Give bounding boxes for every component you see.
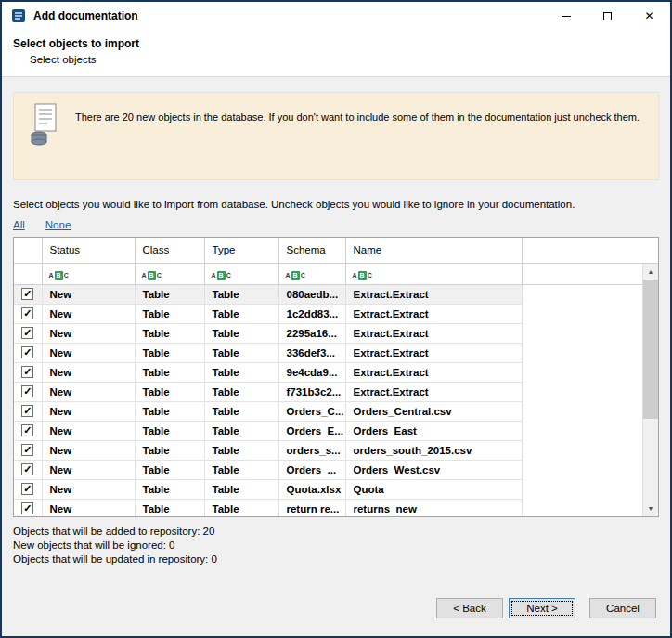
- cell-schema: 9e4cda9...: [278, 362, 345, 382]
- row-checkbox[interactable]: ✓: [21, 385, 33, 397]
- row-checkbox[interactable]: ✓: [21, 346, 33, 358]
- vertical-scrollbar[interactable]: ▲ ▼: [642, 264, 658, 516]
- page-subtitle: Select objects: [30, 54, 659, 65]
- cell-name: Extract.Extract: [345, 323, 522, 343]
- row-checkbox[interactable]: ✓: [21, 483, 33, 495]
- select-column-header: [14, 238, 42, 263]
- cell-filler: [522, 499, 658, 517]
- cell-status: New: [42, 362, 135, 382]
- cell-type: Table: [204, 362, 278, 382]
- row-checkbox-cell: ✓: [14, 343, 42, 362]
- column-header-schema[interactable]: Schema: [278, 238, 345, 263]
- row-checkbox[interactable]: ✓: [21, 307, 33, 319]
- row-checkbox[interactable]: ✓: [21, 463, 33, 475]
- table-row[interactable]: ✓ New Table Table 080aedb... Extract.Ext…: [14, 284, 658, 304]
- row-checkbox-cell: ✓: [14, 382, 42, 401]
- filter-cell-class[interactable]: ABC: [135, 263, 204, 284]
- cell-name: Extract.Extract: [345, 343, 522, 362]
- scrollbar-thumb[interactable]: [643, 280, 658, 419]
- row-checkbox[interactable]: ✓: [21, 424, 33, 436]
- filter-cell-checkbox: [14, 263, 42, 284]
- close-icon: ✕: [644, 10, 653, 21]
- minimize-button[interactable]: [545, 2, 587, 30]
- select-all-link[interactable]: All: [13, 219, 25, 230]
- row-checkbox[interactable]: ✓: [21, 366, 33, 378]
- table-row[interactable]: ✓ New Table Table 9e4cda9... Extract.Ext…: [14, 362, 658, 382]
- table-row[interactable]: ✓ New Table Table 1c2dd83... Extract.Ext…: [14, 304, 658, 323]
- filter-cell-type[interactable]: ABC: [204, 263, 278, 284]
- table-row[interactable]: ✓ New Table Table Orders_... Orders_West…: [14, 460, 658, 479]
- wizard-header: Select objects to import Select objects: [2, 30, 670, 77]
- maximize-button[interactable]: [587, 2, 628, 30]
- row-checkbox[interactable]: ✓: [21, 405, 33, 417]
- dialog-body: There are 20 new objects in the database…: [2, 77, 670, 566]
- cell-class: Table: [135, 499, 204, 517]
- table-row[interactable]: ✓ New Table Table Orders_C... Orders_Cen…: [14, 401, 658, 421]
- abc-filter-icon[interactable]: ABC: [49, 271, 69, 280]
- row-checkbox-cell: ✓: [14, 401, 42, 421]
- cell-name: Extract.Extract: [345, 284, 522, 304]
- filter-cell-filler: [522, 263, 658, 284]
- next-button[interactable]: Next >: [509, 598, 575, 618]
- cancel-button[interactable]: Cancel: [589, 598, 656, 618]
- page-title: Select objects to import: [13, 37, 659, 50]
- table-row[interactable]: ✓ New Table Table f731b3c2... Extract.Ex…: [14, 382, 658, 401]
- row-checkbox[interactable]: ✓: [21, 288, 33, 300]
- cell-filler: [522, 421, 658, 440]
- column-header-class[interactable]: Class: [135, 238, 204, 263]
- filter-cell-status[interactable]: ABC: [42, 263, 135, 284]
- cell-schema: 2295a16...: [278, 323, 345, 343]
- cell-class: Table: [135, 460, 204, 479]
- table-row[interactable]: ✓ New Table Table Quota.xlsx Quota: [14, 479, 658, 499]
- cell-name: orders_south_2015.csv: [345, 440, 522, 460]
- cell-schema: Orders_...: [278, 460, 345, 479]
- abc-filter-icon[interactable]: ABC: [353, 271, 372, 280]
- cell-status: New: [42, 499, 135, 517]
- table-row[interactable]: ✓ New Table Table Orders_E... Orders_Eas…: [14, 421, 658, 440]
- cell-schema: orders_s...: [278, 440, 345, 460]
- abc-filter-icon[interactable]: ABC: [212, 271, 231, 280]
- table-row[interactable]: ✓ New Table Table orders_s... orders_sou…: [14, 440, 658, 460]
- cell-class: Table: [135, 323, 204, 343]
- abc-filter-icon[interactable]: ABC: [142, 271, 162, 280]
- column-header-type[interactable]: Type: [204, 238, 278, 263]
- cell-name: returns_new: [345, 499, 522, 517]
- cell-schema: Quota.xlsx: [278, 479, 345, 499]
- cell-filler: [522, 323, 658, 343]
- row-checkbox-cell: ✓: [14, 479, 42, 499]
- table-row[interactable]: ✓ New Table Table 336def3... Extract.Ext…: [14, 343, 658, 362]
- selection-links: All None: [13, 219, 659, 230]
- row-checkbox[interactable]: ✓: [21, 502, 33, 514]
- app-icon: [11, 8, 26, 23]
- select-none-link[interactable]: None: [45, 219, 71, 230]
- scroll-up-arrow-icon[interactable]: ▲: [643, 264, 658, 280]
- row-checkbox-cell: ✓: [14, 421, 42, 440]
- cell-class: Table: [135, 284, 204, 304]
- column-header-status[interactable]: Status: [42, 238, 135, 263]
- back-button[interactable]: < Back: [436, 598, 503, 618]
- cell-filler: [522, 284, 658, 304]
- cell-class: Table: [135, 382, 204, 401]
- filter-cell-schema[interactable]: ABC: [278, 263, 345, 284]
- cell-type: Table: [204, 421, 278, 440]
- column-header-name[interactable]: Name: [345, 238, 522, 263]
- row-checkbox-cell: ✓: [14, 304, 42, 323]
- cell-filler: [522, 479, 658, 499]
- filter-cell-name[interactable]: ABC: [345, 263, 522, 284]
- abc-filter-icon[interactable]: ABC: [286, 271, 305, 280]
- cell-name: Orders_Central.csv: [345, 401, 522, 421]
- close-button[interactable]: ✕: [628, 2, 670, 30]
- cell-schema: f731b3c2...: [278, 382, 345, 401]
- window-title: Add documentation: [33, 9, 138, 22]
- cell-filler: [522, 401, 658, 421]
- info-banner: There are 20 new objects in the database…: [13, 92, 659, 180]
- cell-status: New: [42, 284, 135, 304]
- filter-row: ABC ABC ABC ABC ABC: [14, 263, 658, 284]
- scroll-down-arrow-icon[interactable]: ▼: [643, 501, 658, 516]
- table-row[interactable]: ✓ New Table Table return re... returns_n…: [14, 499, 658, 517]
- table-row[interactable]: ✓ New Table Table 2295a16... Extract.Ext…: [14, 323, 658, 343]
- row-checkbox-cell: ✓: [14, 362, 42, 382]
- row-checkbox[interactable]: ✓: [21, 444, 33, 456]
- row-checkbox[interactable]: ✓: [21, 327, 33, 339]
- cell-status: New: [42, 304, 135, 323]
